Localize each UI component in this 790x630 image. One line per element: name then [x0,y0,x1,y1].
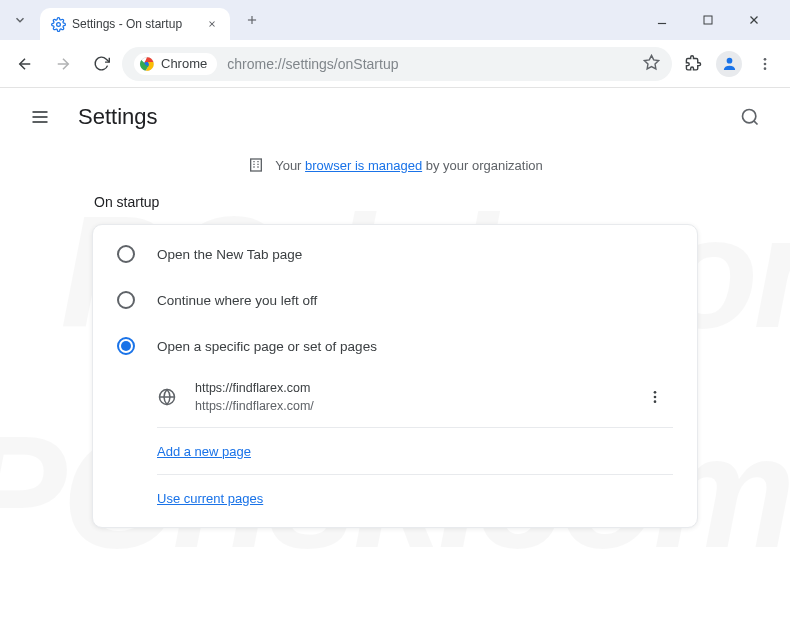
option-continue[interactable]: Continue where you left off [93,277,697,323]
menu-button[interactable] [748,47,782,81]
svg-rect-23 [251,159,262,171]
page-title: Settings [78,104,158,130]
option-new-tab[interactable]: Open the New Tab page [93,231,697,277]
bookmark-button[interactable] [643,54,660,74]
minimize-button[interactable] [648,6,676,34]
settings-header: Settings [0,88,790,146]
tab-close-button[interactable] [204,16,220,32]
option-label: Open the New Tab page [157,247,302,262]
back-button[interactable] [8,47,42,81]
radio-icon [117,291,135,309]
pages-subpanel: https://findflarex.com https://findflare… [93,369,697,521]
svg-point-21 [743,110,756,123]
new-tab-button[interactable] [238,6,266,34]
maximize-button[interactable] [694,6,722,34]
chrome-icon [139,56,155,72]
svg-point-17 [764,67,767,70]
use-current-row: Use current pages [157,475,673,521]
address-bar[interactable]: Chrome chrome://settings/onStartup [122,47,672,81]
browser-toolbar: Chrome chrome://settings/onStartup [0,40,790,88]
window-controls [648,6,782,34]
startup-card: Open the New Tab page Continue where you… [92,224,698,528]
building-icon [247,156,265,174]
svg-point-32 [654,391,657,394]
url-text: chrome://settings/onStartup [227,56,633,72]
page-info: https://findflarex.com https://findflare… [195,380,619,415]
add-page-link[interactable]: Add a new page [157,444,251,459]
managed-banner: Your browser is managed by your organiza… [0,146,790,188]
globe-icon [157,387,177,407]
svg-point-33 [654,396,657,399]
managed-text: Your browser is managed by your organiza… [275,158,543,173]
svg-line-22 [754,121,758,125]
reload-button[interactable] [84,47,118,81]
section-heading: On startup [94,194,698,210]
chip-label: Chrome [161,56,207,71]
managed-link[interactable]: browser is managed [305,158,422,173]
hamburger-menu-button[interactable] [20,97,60,137]
page-title-text: https://findflarex.com [195,380,619,397]
svg-point-0 [56,22,60,26]
tab-favicon-icon [50,16,66,32]
page-more-button[interactable] [637,379,673,415]
search-settings-button[interactable] [730,97,770,137]
svg-marker-13 [644,55,658,68]
page-url-text: https://findflarex.com/ [195,398,619,415]
option-specific-pages[interactable]: Open a specific page or set of pages [93,323,697,369]
option-label: Continue where you left off [157,293,317,308]
extensions-button[interactable] [676,47,710,81]
settings-content: On startup Open the New Tab page Continu… [0,194,790,528]
titlebar: Settings - On startup [0,0,790,40]
svg-rect-6 [704,16,712,24]
profile-avatar-button[interactable] [716,51,742,77]
browser-tab[interactable]: Settings - On startup [40,8,230,40]
radio-icon [117,245,135,263]
radio-icon [117,337,135,355]
svg-point-14 [726,58,732,64]
use-current-link[interactable]: Use current pages [157,491,263,506]
option-label: Open a specific page or set of pages [157,339,377,354]
tab-title: Settings - On startup [72,17,198,31]
add-page-row: Add a new page [157,428,673,475]
close-window-button[interactable] [740,6,768,34]
tab-search-button[interactable] [8,8,32,32]
startup-page-row: https://findflarex.com https://findflare… [157,369,673,428]
svg-point-16 [764,62,767,65]
forward-button[interactable] [46,47,80,81]
site-chip[interactable]: Chrome [134,53,217,75]
svg-point-34 [654,400,657,403]
svg-point-15 [764,58,767,61]
